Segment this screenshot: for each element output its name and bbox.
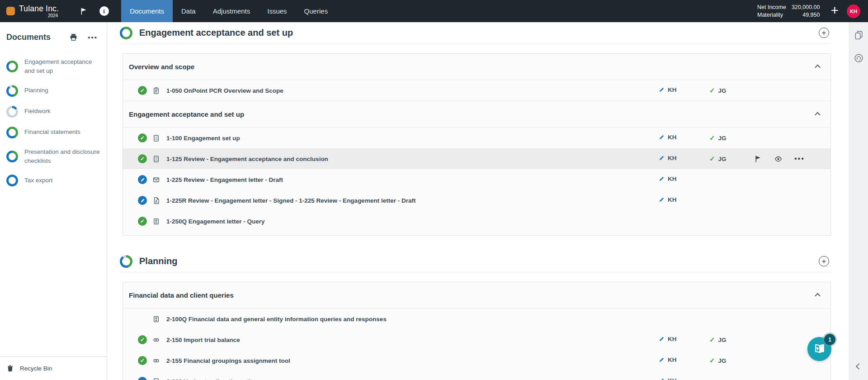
sidebar-item-planning[interactable]: Planning <box>0 81 107 101</box>
doc-row-1-250Q[interactable]: 1-250Q Engagement letter - Query ✓ <box>123 211 830 232</box>
pencil-icon <box>659 357 665 363</box>
sidebar-item-tax-export[interactable]: Tax export <box>0 170 107 191</box>
main-nav: Documents Data Adjustments Issues Querie… <box>121 0 336 22</box>
pencil-icon <box>659 87 665 93</box>
tab-data[interactable]: Data <box>173 0 204 22</box>
doc-label: 1-225 Review - Engagement letter - Draft <box>166 176 659 183</box>
id-card-icon <box>152 315 160 323</box>
doc-row-1-125[interactable]: 1-125 Review - Engagement acceptance and… <box>123 148 830 169</box>
preparer-signoff[interactable]: KH <box>659 86 677 93</box>
print-icon[interactable] <box>69 33 78 42</box>
progress-ring <box>6 61 18 72</box>
sidebar-item-engagement-acceptance[interactable]: Engagement acceptance and set up <box>0 53 107 81</box>
preparer-signoff[interactable]: KH <box>659 196 677 203</box>
section-title: Planning <box>139 256 177 266</box>
preparer-signoff[interactable]: KH <box>659 155 677 162</box>
status-icon <box>138 154 147 163</box>
collapse-icon[interactable] <box>815 65 821 71</box>
guidance-fab[interactable]: 1 <box>807 337 831 361</box>
assistant-icon[interactable] <box>854 53 863 63</box>
add-document-button[interactable] <box>819 256 829 266</box>
company-name: Tulane Inc. <box>19 4 59 14</box>
section-title: Engagement acceptance and set up <box>139 28 293 38</box>
section-planning: Planning <box>120 251 831 272</box>
reviewer-signoff[interactable]: ✓JG <box>709 134 726 142</box>
recycle-bin[interactable]: Recycle Bin <box>0 356 107 380</box>
doc-label: 2-150 Import trial balance <box>166 337 659 343</box>
preparer-signoff[interactable]: KH <box>659 377 677 380</box>
reviewer-initials: JG <box>718 135 726 142</box>
doc-row-1-225R[interactable]: 1-225R Review - Engagement letter - Sign… <box>123 190 830 211</box>
sidebar-item-label: Fieldwork <box>24 107 51 116</box>
info-icon[interactable] <box>99 6 109 17</box>
group-overview-and-scope: Overview and scope 1-050 OnPoint PCR Ove… <box>123 54 830 101</box>
tab-adjustments[interactable]: Adjustments <box>204 0 259 22</box>
reviewer-signoff[interactable]: ✓JG <box>709 356 726 365</box>
check-icon: ✓ <box>709 356 715 365</box>
envelope-icon <box>152 176 160 184</box>
sidebar-item-fieldwork[interactable]: Fieldwork <box>0 101 107 122</box>
pdf-icon <box>152 197 160 204</box>
preparer-initials: KH <box>668 86 677 93</box>
doc-row-1-050[interactable]: 1-050 OnPoint PCR Overview and Scope KH … <box>123 80 830 101</box>
preparer-signoff[interactable]: KH <box>659 336 677 342</box>
doc-row-2-200[interactable]: 2-200 Understanding the entity KH ✓ <box>123 371 830 380</box>
checklist-icon <box>152 155 160 163</box>
eye-icon[interactable] <box>774 155 782 163</box>
documents-card: Financial data and client queries 2-100Q… <box>123 282 831 380</box>
reviewer-signoff[interactable]: ✓JG <box>709 155 726 163</box>
pages-icon[interactable] <box>854 30 863 40</box>
sidebar-item-financial-statements[interactable]: Financial statements <box>0 122 107 143</box>
doc-label: 1-125 Review - Engagement acceptance and… <box>166 156 659 162</box>
engagement-metrics: Net Income 320,000.00 Materiality 49,950 <box>757 4 820 18</box>
flag-icon[interactable] <box>79 6 90 17</box>
more-options-icon[interactable] <box>794 155 805 163</box>
collapse-panel-icon[interactable] <box>855 363 862 370</box>
tab-issues[interactable]: Issues <box>259 0 295 22</box>
flag-icon[interactable] <box>755 155 762 163</box>
link-icon <box>152 336 160 344</box>
sidebar-item-label: Presentation and disclosure checklists <box>24 147 101 166</box>
tab-queries[interactable]: Queries <box>296 0 337 22</box>
progress-ring <box>6 85 18 97</box>
reviewer-initials: JG <box>718 87 726 94</box>
preparer-signoff[interactable]: KH <box>659 134 677 141</box>
status-icon <box>138 377 147 380</box>
user-avatar[interactable]: KH <box>847 5 860 18</box>
collapse-icon[interactable] <box>815 293 821 299</box>
doc-label: 2-155 Financial groupings assignment too… <box>166 357 659 364</box>
doc-row-2-155[interactable]: 2-155 Financial groupings assignment too… <box>123 350 830 371</box>
sidebar-title: Documents <box>6 33 69 42</box>
reviewer-signoff[interactable]: ✓JG <box>709 336 726 344</box>
check-icon: ✓ <box>709 134 715 142</box>
net-income-label: Net Income <box>757 4 786 10</box>
link-icon <box>152 357 160 365</box>
doc-row-2-150[interactable]: 2-150 Import trial balance KH ✓JG <box>123 329 830 350</box>
status-icon <box>138 335 147 344</box>
sidebar-item-label: Financial statements <box>24 128 80 137</box>
preparer-initials: KH <box>668 134 677 141</box>
more-options-icon[interactable] <box>88 33 98 41</box>
progress-ring <box>6 127 18 138</box>
preparer-signoff[interactable]: KH <box>659 176 677 182</box>
sidebar-item-presentation-checklists[interactable]: Presentation and disclosure checklists <box>0 143 107 171</box>
reviewer-signoff[interactable]: ✓JG <box>709 86 726 95</box>
doc-row-2-100Q[interactable]: 2-100Q Financial data and general entity… <box>123 309 830 329</box>
check-icon: ✓ <box>709 86 715 95</box>
documents-card: Overview and scope 1-050 OnPoint PCR Ove… <box>123 53 831 236</box>
preparer-initials: KH <box>668 196 677 203</box>
doc-row-1-225[interactable]: 1-225 Review - Engagement letter - Draft… <box>123 169 830 190</box>
pencil-icon <box>659 336 665 342</box>
checklist-icon <box>152 134 160 142</box>
doc-row-1-100[interactable]: 1-100 Engagement set up KH ✓JG <box>123 128 830 148</box>
add-icon[interactable]: + <box>830 4 839 17</box>
check-icon: ✓ <box>709 155 715 163</box>
book-lightbulb-icon <box>813 342 826 356</box>
collapse-icon[interactable] <box>815 112 821 118</box>
add-document-button[interactable] <box>819 28 829 38</box>
preparer-signoff[interactable]: KH <box>659 356 677 363</box>
check-icon: ✓ <box>709 336 715 344</box>
group-title: Engagement acceptance and set up <box>129 110 244 118</box>
tab-documents[interactable]: Documents <box>121 0 173 22</box>
doc-label: 1-050 OnPoint PCR Overview and Scope <box>166 87 659 94</box>
